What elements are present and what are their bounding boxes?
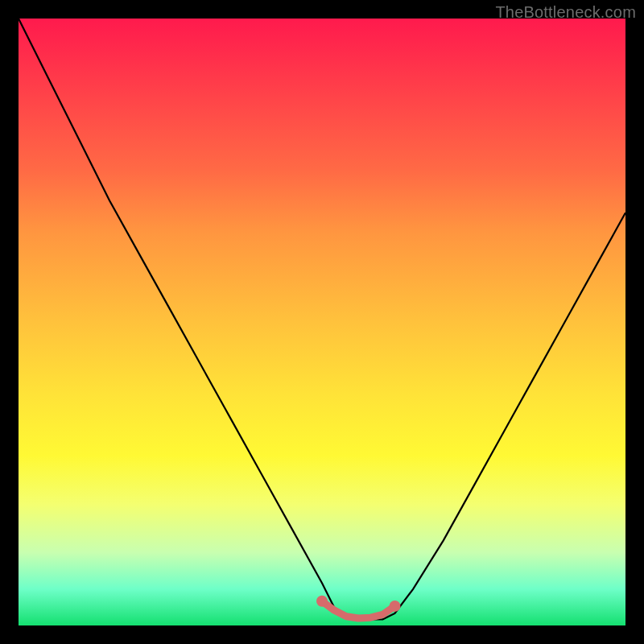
chart-frame: TheBottleneck.com <box>0 0 644 644</box>
curve-svg <box>19 19 625 625</box>
highlight-curve <box>322 601 395 618</box>
highlight-dots <box>316 596 401 612</box>
main-curve <box>19 19 625 620</box>
highlight-end-dot <box>390 601 401 612</box>
bottleneck-chart <box>19 19 625 625</box>
highlight-end-dot <box>316 596 328 607</box>
